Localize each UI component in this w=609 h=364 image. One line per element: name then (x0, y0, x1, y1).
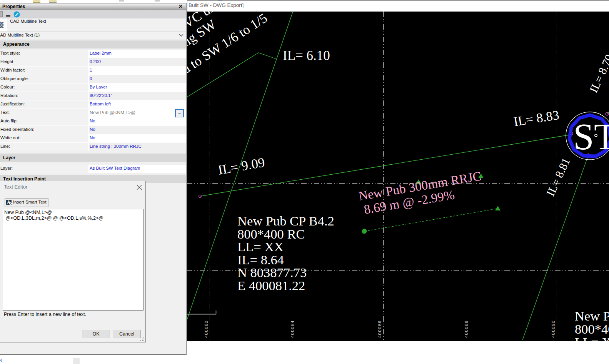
svg-text:E 400081.22: E 400081.22 (237, 278, 305, 293)
svg-text:400086: 400086 (377, 320, 382, 338)
svg-text:LL= XX: LL= XX (237, 239, 284, 254)
svg-text:800*400 RC: 800*400 RC (237, 227, 305, 241)
svg-text:400088: 400088 (464, 320, 469, 338)
svg-text:New Pub CP: New Pub CP (575, 309, 609, 323)
svg-text:IL= 8.83: IL= 8.83 (512, 108, 560, 129)
svg-text:IL= 9.09: IL= 9.09 (217, 155, 266, 178)
svg-text:400090: 400090 (551, 320, 556, 338)
svg-text:IL= 8.81: IL= 8.81 (544, 156, 572, 198)
svg-text:New Pub CP B4.2: New Pub CP B4.2 (237, 214, 334, 228)
svg-text:400082: 400082 (204, 320, 209, 338)
svg-text:800*400 RC: 800*400 RC (575, 322, 609, 336)
svg-text:LL= XX: LL= XX (575, 335, 609, 341)
svg-text:N 803877.73: N 803877.73 (237, 265, 307, 280)
svg-text:ST: ST (573, 116, 609, 157)
svg-text:IL= 8.64: IL= 8.64 (237, 252, 284, 267)
svg-text:IL= 8.70: IL= 8.70 (587, 52, 609, 94)
svg-text:IL= 6.10: IL= 6.10 (283, 48, 330, 63)
svg-text:400084: 400084 (290, 320, 295, 338)
